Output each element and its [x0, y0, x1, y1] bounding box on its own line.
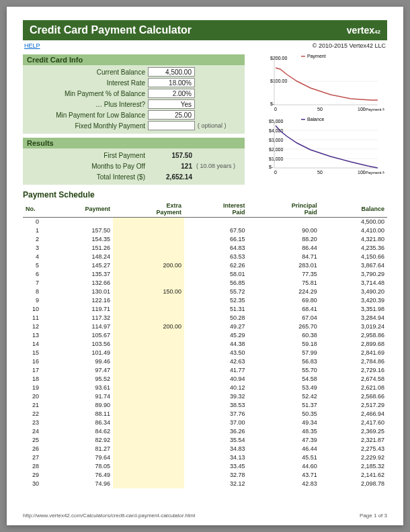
cell-principal: 59.18	[248, 340, 320, 349]
cell-balance: 4,321.80	[320, 235, 387, 244]
cell-extra[interactable]	[113, 453, 184, 462]
cell-interest: 33.45	[184, 462, 247, 471]
cell-extra[interactable]	[113, 410, 184, 418]
cell-extra[interactable]	[113, 401, 184, 410]
right-column: $200.00 $100.00 $- Payment 0 50 100 Paym…	[250, 54, 384, 185]
cell-extra[interactable]	[113, 349, 184, 357]
cell-extra[interactable]	[113, 462, 184, 471]
cell-balance: 2,621.08	[320, 384, 387, 392]
cell-extra[interactable]	[113, 305, 184, 314]
cell-extra[interactable]	[113, 340, 184, 349]
cell-extra[interactable]	[113, 480, 184, 488]
svg-text:$-: $-	[269, 165, 274, 169]
balance-chart: $5,000 $4,000 $3,000 $2,000 $1,000 $- Ba…	[250, 118, 384, 178]
info-value[interactable]: 4,500.00	[148, 67, 195, 77]
cell-no: 6	[23, 270, 42, 279]
cell-extra[interactable]	[113, 375, 184, 384]
cell-payment: 157.50	[42, 226, 113, 235]
cell-interest: 56.85	[184, 279, 247, 287]
cell-extra[interactable]	[113, 314, 184, 322]
info-value[interactable]: 25.00	[148, 110, 195, 120]
card-info-body: Current Balance4,500.00Interest Rate18.0…	[23, 65, 245, 134]
cell-interest: 41.77	[184, 366, 247, 375]
cell-extra[interactable]	[113, 427, 184, 436]
cell-principal: 265.70	[248, 322, 320, 331]
cell-principal: 60.38	[248, 331, 320, 340]
chart-legend: Balance	[307, 118, 324, 122]
cell-extra[interactable]	[113, 436, 184, 445]
cell-no: 1	[23, 226, 42, 235]
cell-principal: 48.35	[248, 427, 320, 436]
info-value[interactable]: 18.00%	[148, 78, 195, 87]
cell-extra[interactable]	[113, 296, 184, 305]
cell-extra[interactable]	[113, 392, 184, 401]
cell-extra[interactable]	[113, 357, 184, 366]
cell-principal: 47.39	[248, 436, 320, 445]
cell-balance: 3,714.48	[320, 279, 387, 287]
cell-interest: 40.12	[184, 384, 247, 392]
cell-principal: 49.34	[248, 418, 320, 427]
cell-extra[interactable]: 150.00	[113, 287, 184, 296]
cell-principal: 44.60	[248, 462, 320, 471]
cell-principal: 45.51	[248, 453, 320, 462]
cell-interest: 49.27	[184, 322, 247, 331]
info-value[interactable]	[148, 121, 195, 130]
help-link[interactable]: HELP	[24, 42, 40, 49]
cell-balance: 2,784.86	[320, 357, 387, 366]
cell-no: 12	[23, 322, 42, 331]
cell-extra[interactable]	[113, 418, 184, 427]
cell-balance: 2,958.86	[320, 331, 387, 340]
info-value[interactable]: Yes	[148, 99, 195, 109]
cell-extra[interactable]	[113, 253, 184, 261]
cell-no: 27	[23, 453, 42, 462]
table-row: 1157.5067.5090.004,410.00	[23, 226, 387, 235]
cell-payment: 81.27	[42, 445, 113, 453]
cell-extra[interactable]	[113, 331, 184, 340]
cell-extra[interactable]: 200.00	[113, 261, 184, 270]
table-row: 2091.7439.3252.422,568.66	[23, 392, 387, 401]
cell-extra[interactable]	[113, 445, 184, 453]
table-row: 10119.7151.3168.413,351.98	[23, 305, 387, 314]
cell-no: 15	[23, 349, 42, 357]
svg-text:$1,000: $1,000	[269, 157, 284, 161]
cell-extra[interactable]	[113, 471, 184, 480]
info-label: Min Payment for Low Balance	[27, 112, 148, 119]
info-row: Fixed Monthly Payment( optional )	[27, 120, 241, 131]
table-row: 2582.9235.5447.392,321.87	[23, 436, 387, 445]
cell-extra[interactable]	[113, 226, 184, 235]
cell-extra[interactable]	[113, 218, 184, 226]
table-row: 3151.2664.8386.444,235.36	[23, 244, 387, 253]
cell-balance: 2,517.29	[320, 401, 387, 410]
cell-no: 3	[23, 244, 42, 253]
cell-principal: 53.49	[248, 384, 320, 392]
cell-balance: 3,790.29	[320, 270, 387, 279]
table-row: 04,500.00	[23, 218, 387, 226]
cell-balance: 2,229.92	[320, 453, 387, 462]
cell-interest: 34.13	[184, 453, 247, 462]
cell-extra[interactable]	[113, 270, 184, 279]
cell-principal: 52.42	[248, 392, 320, 401]
cell-payment: 93.61	[42, 384, 113, 392]
info-value[interactable]: 2.00%	[148, 89, 195, 98]
cell-interest: 66.15	[184, 235, 247, 244]
cell-no: 10	[23, 305, 42, 314]
result-value: 2,652.14	[148, 173, 195, 181]
cell-interest: 36.26	[184, 427, 247, 436]
table-row: 2154.3566.1588.204,321.80	[23, 235, 387, 244]
cell-extra[interactable]	[113, 384, 184, 392]
svg-text:$5,000: $5,000	[269, 119, 284, 124]
svg-rect-3	[301, 56, 305, 57]
cell-principal: 50.35	[248, 410, 320, 418]
cell-balance: 4,235.36	[320, 244, 387, 253]
cell-extra[interactable]	[113, 235, 184, 244]
cell-no: 5	[23, 261, 42, 270]
chart-ylabel: $200.00	[270, 56, 287, 60]
cell-interest: 45.29	[184, 331, 247, 340]
cell-balance: 3,490.20	[320, 287, 387, 296]
cell-extra[interactable]	[113, 244, 184, 253]
header-bar: Credit Card Payment Calculator vertex42	[23, 20, 387, 40]
cell-payment: 105.67	[42, 331, 113, 340]
cell-extra[interactable]	[113, 279, 184, 287]
cell-extra[interactable]	[113, 366, 184, 375]
cell-extra[interactable]: 200.00	[113, 322, 184, 331]
